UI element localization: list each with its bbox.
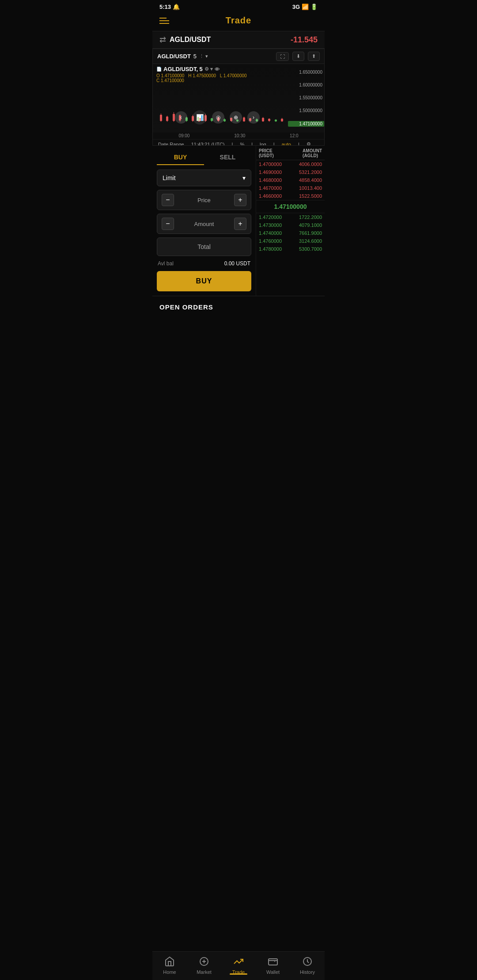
status-icons: 3G 📶 🔋 (292, 4, 318, 10)
buy-button[interactable]: BUY (157, 271, 251, 291)
ask-row: 1.47000004006.0000 (256, 160, 325, 168)
amount-decrease-btn[interactable]: − (162, 218, 174, 230)
candle (158, 113, 163, 122)
avl-bal-row: Avl bal 0.00 USDT (157, 260, 251, 267)
signal-icon: 📶 (302, 4, 309, 10)
bid-row: 1.47400007661.9000 (256, 229, 325, 237)
left-panel: BUY SELL Limit ▾ − Price + − Amount + To… (152, 146, 256, 296)
status-bar: 5:13 🔔 3G 📶 🔋 (152, 0, 325, 12)
symbol-left: ⇄ AGLD/USDT (159, 35, 211, 45)
candle (267, 118, 272, 122)
ask-row: 1.46900005321.2000 (256, 168, 325, 176)
order-book-panel: PRICE(USDT) AMOUNT(AGLD) 1.47000004006.0… (256, 146, 325, 296)
chart-area: 📄 AGLD/USDT, 5 ⚙ ▾ 👁 O 1.47100000 H 1.47… (153, 64, 324, 132)
battery-icon: 🔋 (310, 4, 318, 10)
amount-increase-btn[interactable]: + (234, 218, 246, 230)
candle (164, 116, 170, 122)
avl-bal-label: Avl bal (158, 260, 174, 267)
ask-row: 1.46600001522.5000 (256, 192, 325, 200)
trading-section: BUY SELL Limit ▾ − Price + − Amount + To… (152, 146, 325, 296)
chart-gear-icon[interactable]: ⚙ (305, 141, 313, 146)
symbol-name[interactable]: AGLD/USDT (170, 36, 211, 44)
chart-upload-btn[interactable]: ⬆ (308, 52, 320, 61)
bid-row: 1.47300004079.1000 (256, 221, 325, 229)
chart-settings-row: Date Range 11:43:21 (UTC) | % | log | au… (153, 139, 324, 146)
amount-label: Amount (174, 221, 234, 227)
status-time: 5:13 🔔 (159, 4, 180, 10)
chart-fullscreen-btn[interactable]: ⛶ (276, 52, 289, 61)
chart-divider2: | (250, 142, 254, 146)
candle (273, 119, 278, 122)
chart-prev-btn[interactable]: ‹ (175, 111, 187, 124)
price-input-row: − Price + (157, 190, 251, 210)
symbol-row: ⇄ AGLD/USDT -11.545 (152, 31, 325, 49)
candle (280, 118, 285, 122)
order-type-dropdown[interactable]: Limit ▾ (157, 170, 251, 186)
open-orders-title: OPEN ORDERS (159, 303, 213, 311)
chart-settings-icon[interactable]: ⚙ ▾ (204, 66, 213, 72)
alarm-icon: 🔔 (173, 4, 180, 10)
price-increase-btn[interactable]: + (234, 194, 246, 206)
date-range-label: Date Range (156, 142, 186, 146)
bid-row: 1.47800005300.7000 (256, 245, 325, 253)
open-orders-section: OPEN ORDERS (152, 296, 325, 318)
top-bar: Trade (152, 12, 325, 31)
order-book-bids: 1.47200001722.20001.47300004079.10001.47… (256, 213, 325, 253)
chart-divider4: | (296, 142, 301, 146)
chart-next-btn[interactable]: › (247, 111, 260, 124)
order-book-header: PRICE(USDT) AMOUNT(AGLD) (256, 146, 325, 160)
chart-time-utc: 11:43:21 (UTC) (189, 142, 227, 146)
chart-auto-btn[interactable]: auto (280, 142, 293, 146)
ask-row: 1.46800004858.4000 (256, 176, 325, 184)
chart-divider3: | (272, 142, 276, 146)
chart-more-icon[interactable]: ⋮ ▾ (199, 53, 208, 59)
swap-icon[interactable]: ⇄ (159, 35, 166, 45)
chart-zoom-btn[interactable]: ◎ (212, 111, 224, 124)
chart-pct-btn[interactable]: % (238, 142, 246, 146)
bid-row: 1.47200001722.2000 (256, 213, 325, 221)
amount-input-row: − Amount + (157, 214, 251, 234)
chart-controls: ⛶ ⬇ ⬆ (276, 52, 320, 61)
total-box: Total (157, 237, 251, 256)
chart-crosshair-btn[interactable]: ⊕ (230, 111, 242, 124)
chart-time-row: 09:00 10:30 12:0 (153, 132, 324, 139)
chart-nav: ‹ 📊 ◎ ⊕ › (175, 110, 260, 124)
buy-tab[interactable]: BUY (157, 150, 204, 165)
candle (260, 117, 265, 122)
chart-indicator-icon[interactable]: 📊 (193, 110, 207, 124)
chart-download-btn[interactable]: ⬇ (292, 52, 304, 61)
sell-tab[interactable]: SELL (204, 150, 251, 165)
price-decrease-btn[interactable]: − (162, 194, 174, 206)
chart-symbol-label: AGLD/USDT 5 ⋮ ▾ (157, 53, 208, 60)
current-price: 1.47100000 (256, 200, 325, 213)
chart-ohlc-label: 📄 AGLD/USDT, 5 ⚙ ▾ 👁 O 1.47100000 H 1.47… (156, 66, 247, 83)
chart-divider: | (230, 142, 235, 146)
page-title: Trade (226, 15, 251, 26)
ask-row: 1.467000010013.400 (256, 184, 325, 192)
buy-sell-tabs: BUY SELL (157, 150, 251, 165)
symbol-change: -11.545 (291, 35, 318, 45)
chart-log-btn[interactable]: log (258, 142, 268, 146)
chart-container: AGLD/USDT 5 ⋮ ▾ ⛶ ⬇ ⬆ 📄 AGLD/USDT, 5 ⚙ ▾… (152, 49, 325, 146)
price-label: Price (174, 197, 234, 204)
menu-button[interactable] (159, 18, 169, 24)
bid-row: 1.47600003124.6000 (256, 237, 325, 245)
dropdown-arrow-icon: ▾ (242, 174, 246, 181)
chart-topbar: AGLD/USDT 5 ⋮ ▾ ⛶ ⬇ ⬆ (153, 49, 324, 64)
order-book-asks: 1.47000004006.00001.46900005321.20001.46… (256, 160, 325, 200)
avl-bal-value: 0.00 USDT (224, 260, 250, 267)
chart-eye-icon[interactable]: 👁 (215, 67, 220, 72)
chart-price-labels: 1.65000000 1.60000000 1.55000000 1.50000… (288, 64, 324, 132)
